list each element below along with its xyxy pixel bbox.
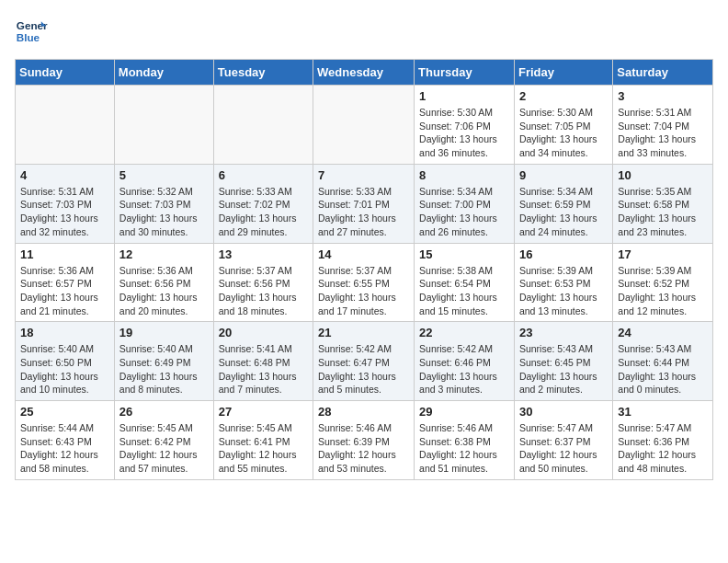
day-info: Sunrise: 5:34 AM Sunset: 6:59 PM Dayligh… xyxy=(519,185,608,239)
calendar-cell: 31Sunrise: 5:47 AM Sunset: 6:36 PM Dayli… xyxy=(613,401,713,480)
day-info: Sunrise: 5:44 AM Sunset: 6:43 PM Dayligh… xyxy=(20,421,109,476)
day-number: 6 xyxy=(219,168,308,182)
calendar-cell: 10Sunrise: 5:35 AM Sunset: 6:58 PM Dayli… xyxy=(613,164,713,243)
calendar-cell: 9Sunrise: 5:34 AM Sunset: 6:59 PM Daylig… xyxy=(514,164,612,243)
page-header: General Blue xyxy=(15,15,713,48)
weekday-header: Monday xyxy=(114,60,213,86)
calendar-cell: 14Sunrise: 5:37 AM Sunset: 6:55 PM Dayli… xyxy=(313,243,415,322)
day-number: 4 xyxy=(20,168,109,182)
calendar-cell: 24Sunrise: 5:43 AM Sunset: 6:44 PM Dayli… xyxy=(613,322,713,401)
calendar-cell: 8Sunrise: 5:34 AM Sunset: 7:00 PM Daylig… xyxy=(415,164,515,243)
day-info: Sunrise: 5:39 AM Sunset: 6:52 PM Dayligh… xyxy=(618,264,708,318)
weekday-header: Thursday xyxy=(415,60,515,86)
calendar-cell: 20Sunrise: 5:41 AM Sunset: 6:48 PM Dayli… xyxy=(213,322,313,401)
day-number: 15 xyxy=(419,247,509,261)
day-number: 11 xyxy=(20,247,109,261)
day-number: 7 xyxy=(318,168,409,182)
calendar-cell: 1Sunrise: 5:30 AM Sunset: 7:06 PM Daylig… xyxy=(415,86,515,165)
day-info: Sunrise: 5:45 AM Sunset: 6:42 PM Dayligh… xyxy=(119,421,209,476)
calendar-cell xyxy=(114,86,213,165)
day-info: Sunrise: 5:33 AM Sunset: 7:02 PM Dayligh… xyxy=(219,185,308,239)
logo-icon: General Blue xyxy=(15,15,48,48)
calendar-cell: 11Sunrise: 5:36 AM Sunset: 6:57 PM Dayli… xyxy=(16,243,115,322)
calendar-cell xyxy=(213,86,313,165)
day-info: Sunrise: 5:40 AM Sunset: 6:50 PM Dayligh… xyxy=(20,342,109,396)
day-info: Sunrise: 5:34 AM Sunset: 7:00 PM Dayligh… xyxy=(419,185,509,239)
logo: General Blue xyxy=(15,15,48,48)
calendar-cell: 21Sunrise: 5:42 AM Sunset: 6:47 PM Dayli… xyxy=(313,322,415,401)
day-info: Sunrise: 5:46 AM Sunset: 6:39 PM Dayligh… xyxy=(318,421,409,476)
day-number: 18 xyxy=(20,326,109,339)
day-info: Sunrise: 5:42 AM Sunset: 6:46 PM Dayligh… xyxy=(419,342,509,396)
day-info: Sunrise: 5:35 AM Sunset: 6:58 PM Dayligh… xyxy=(618,185,708,239)
day-info: Sunrise: 5:41 AM Sunset: 6:48 PM Dayligh… xyxy=(219,342,308,396)
weekday-header: Friday xyxy=(514,60,612,86)
calendar-cell: 7Sunrise: 5:33 AM Sunset: 7:01 PM Daylig… xyxy=(313,164,415,243)
calendar-cell: 17Sunrise: 5:39 AM Sunset: 6:52 PM Dayli… xyxy=(613,243,713,322)
day-info: Sunrise: 5:43 AM Sunset: 6:44 PM Dayligh… xyxy=(618,342,708,396)
calendar-week-row: 25Sunrise: 5:44 AM Sunset: 6:43 PM Dayli… xyxy=(16,401,713,480)
calendar-week-row: 4Sunrise: 5:31 AM Sunset: 7:03 PM Daylig… xyxy=(16,164,713,243)
calendar-cell: 15Sunrise: 5:38 AM Sunset: 6:54 PM Dayli… xyxy=(415,243,515,322)
day-info: Sunrise: 5:30 AM Sunset: 7:06 PM Dayligh… xyxy=(419,106,509,160)
day-info: Sunrise: 5:31 AM Sunset: 7:03 PM Dayligh… xyxy=(20,185,109,239)
day-info: Sunrise: 5:37 AM Sunset: 6:56 PM Dayligh… xyxy=(219,264,308,318)
day-number: 12 xyxy=(119,247,209,261)
calendar-week-row: 1Sunrise: 5:30 AM Sunset: 7:06 PM Daylig… xyxy=(16,86,713,165)
day-number: 2 xyxy=(519,89,608,103)
day-info: Sunrise: 5:47 AM Sunset: 6:37 PM Dayligh… xyxy=(519,421,608,476)
day-number: 22 xyxy=(419,326,509,339)
day-info: Sunrise: 5:47 AM Sunset: 6:36 PM Dayligh… xyxy=(618,421,708,476)
day-info: Sunrise: 5:36 AM Sunset: 6:56 PM Dayligh… xyxy=(119,264,209,318)
weekday-header: Saturday xyxy=(613,60,713,86)
svg-text:Blue: Blue xyxy=(17,31,40,43)
calendar-cell: 28Sunrise: 5:46 AM Sunset: 6:39 PM Dayli… xyxy=(313,401,415,480)
day-number: 26 xyxy=(119,405,209,419)
day-info: Sunrise: 5:38 AM Sunset: 6:54 PM Dayligh… xyxy=(419,264,509,318)
day-number: 5 xyxy=(119,168,209,182)
calendar-cell: 12Sunrise: 5:36 AM Sunset: 6:56 PM Dayli… xyxy=(114,243,213,322)
calendar-table: SundayMondayTuesdayWednesdayThursdayFrid… xyxy=(15,59,713,480)
day-number: 1 xyxy=(419,89,509,103)
calendar-cell: 18Sunrise: 5:40 AM Sunset: 6:50 PM Dayli… xyxy=(16,322,115,401)
day-info: Sunrise: 5:31 AM Sunset: 7:04 PM Dayligh… xyxy=(618,106,708,160)
day-number: 9 xyxy=(519,168,608,182)
calendar-week-row: 18Sunrise: 5:40 AM Sunset: 6:50 PM Dayli… xyxy=(16,322,713,401)
day-info: Sunrise: 5:42 AM Sunset: 6:47 PM Dayligh… xyxy=(318,342,409,396)
calendar-cell: 2Sunrise: 5:30 AM Sunset: 7:05 PM Daylig… xyxy=(514,86,612,165)
calendar-week-row: 11Sunrise: 5:36 AM Sunset: 6:57 PM Dayli… xyxy=(16,243,713,322)
calendar-cell: 4Sunrise: 5:31 AM Sunset: 7:03 PM Daylig… xyxy=(16,164,115,243)
day-number: 14 xyxy=(318,247,409,261)
calendar-cell: 13Sunrise: 5:37 AM Sunset: 6:56 PM Dayli… xyxy=(213,243,313,322)
calendar-cell: 30Sunrise: 5:47 AM Sunset: 6:37 PM Dayli… xyxy=(514,401,612,480)
day-info: Sunrise: 5:36 AM Sunset: 6:57 PM Dayligh… xyxy=(20,264,109,318)
day-number: 8 xyxy=(419,168,509,182)
day-number: 30 xyxy=(519,405,608,419)
day-number: 19 xyxy=(119,326,209,339)
weekday-header: Tuesday xyxy=(213,60,313,86)
day-info: Sunrise: 5:43 AM Sunset: 6:45 PM Dayligh… xyxy=(519,342,608,396)
day-info: Sunrise: 5:45 AM Sunset: 6:41 PM Dayligh… xyxy=(219,421,308,476)
day-number: 25 xyxy=(20,405,109,419)
day-info: Sunrise: 5:37 AM Sunset: 6:55 PM Dayligh… xyxy=(318,264,409,318)
day-number: 20 xyxy=(219,326,308,339)
calendar-cell xyxy=(16,86,115,165)
weekday-header: Sunday xyxy=(16,60,115,86)
day-info: Sunrise: 5:40 AM Sunset: 6:49 PM Dayligh… xyxy=(119,342,209,396)
day-number: 23 xyxy=(519,326,608,339)
calendar-cell: 5Sunrise: 5:32 AM Sunset: 7:03 PM Daylig… xyxy=(114,164,213,243)
calendar-cell: 23Sunrise: 5:43 AM Sunset: 6:45 PM Dayli… xyxy=(514,322,612,401)
day-info: Sunrise: 5:39 AM Sunset: 6:53 PM Dayligh… xyxy=(519,264,608,318)
day-number: 31 xyxy=(618,405,708,419)
weekday-header: Wednesday xyxy=(313,60,415,86)
calendar-cell: 3Sunrise: 5:31 AM Sunset: 7:04 PM Daylig… xyxy=(613,86,713,165)
day-number: 16 xyxy=(519,247,608,261)
day-number: 21 xyxy=(318,326,409,339)
calendar-cell: 6Sunrise: 5:33 AM Sunset: 7:02 PM Daylig… xyxy=(213,164,313,243)
day-info: Sunrise: 5:33 AM Sunset: 7:01 PM Dayligh… xyxy=(318,185,409,239)
day-number: 3 xyxy=(618,89,708,103)
day-info: Sunrise: 5:46 AM Sunset: 6:38 PM Dayligh… xyxy=(419,421,509,476)
day-number: 29 xyxy=(419,405,509,419)
calendar-cell: 26Sunrise: 5:45 AM Sunset: 6:42 PM Dayli… xyxy=(114,401,213,480)
calendar-cell: 19Sunrise: 5:40 AM Sunset: 6:49 PM Dayli… xyxy=(114,322,213,401)
